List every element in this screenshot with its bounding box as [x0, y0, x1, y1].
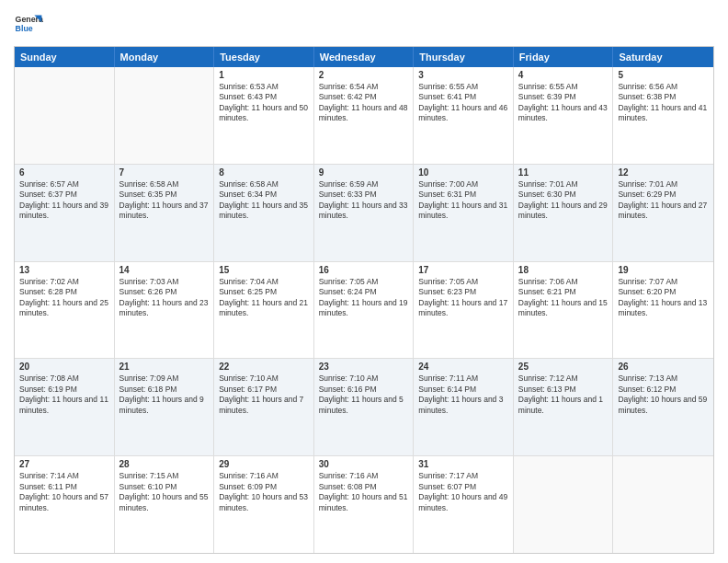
day-number: 27 [19, 459, 109, 469]
day-number: 7 [119, 167, 210, 178]
calendar-cell: 7Sunrise: 6:58 AM Sunset: 6:35 PM Daylig… [115, 165, 215, 261]
day-number: 29 [219, 459, 309, 469]
calendar-cell [514, 456, 614, 553]
page: General Blue SundayMondayTuesdayWednesda… [0, 0, 728, 563]
calendar-cell: 9Sunrise: 6:59 AM Sunset: 6:33 PM Daylig… [314, 165, 415, 261]
cell-info: Sunrise: 7:05 AM Sunset: 6:23 PM Dayligh… [418, 277, 508, 319]
calendar-cell: 12Sunrise: 7:01 AM Sunset: 6:29 PM Dayli… [613, 165, 713, 261]
header: General Blue [14, 9, 714, 39]
cell-info: Sunrise: 7:15 AM Sunset: 6:10 PM Dayligh… [119, 471, 210, 513]
calendar-cell: 14Sunrise: 7:03 AM Sunset: 6:26 PM Dayli… [115, 262, 215, 359]
week-row: 1Sunrise: 6:53 AM Sunset: 6:43 PM Daylig… [15, 67, 713, 165]
cell-info: Sunrise: 7:16 AM Sunset: 6:08 PM Dayligh… [319, 471, 409, 513]
calendar-cell: 5Sunrise: 6:56 AM Sunset: 6:38 PM Daylig… [613, 67, 713, 164]
week-row: 6Sunrise: 6:57 AM Sunset: 6:37 PM Daylig… [15, 165, 713, 262]
cell-info: Sunrise: 6:59 AM Sunset: 6:33 PM Dayligh… [319, 179, 409, 222]
header-cell-wednesday: Wednesday [314, 47, 415, 67]
header-cell-sunday: Sunday [15, 47, 115, 67]
cell-info: Sunrise: 7:12 AM Sunset: 6:13 PM Dayligh… [518, 373, 609, 416]
calendar-cell: 1Sunrise: 6:53 AM Sunset: 6:43 PM Daylig… [214, 67, 314, 164]
cell-info: Sunrise: 6:55 AM Sunset: 6:41 PM Dayligh… [418, 82, 508, 124]
calendar-cell [15, 67, 115, 164]
cell-info: Sunrise: 6:54 AM Sunset: 6:42 PM Dayligh… [319, 82, 409, 124]
cell-info: Sunrise: 7:08 AM Sunset: 6:19 PM Dayligh… [19, 373, 109, 416]
calendar-cell: 20Sunrise: 7:08 AM Sunset: 6:19 PM Dayli… [15, 359, 115, 455]
calendar-cell: 2Sunrise: 6:54 AM Sunset: 6:42 PM Daylig… [314, 67, 415, 164]
calendar-cell: 31Sunrise: 7:17 AM Sunset: 6:07 PM Dayli… [414, 456, 514, 553]
calendar-cell: 21Sunrise: 7:09 AM Sunset: 6:18 PM Dayli… [115, 359, 215, 455]
cell-info: Sunrise: 6:53 AM Sunset: 6:43 PM Dayligh… [219, 82, 309, 124]
day-number: 13 [19, 265, 109, 275]
day-number: 8 [219, 167, 309, 178]
day-number: 18 [518, 265, 609, 275]
calendar-cell: 18Sunrise: 7:06 AM Sunset: 6:21 PM Dayli… [514, 262, 614, 359]
calendar-cell: 25Sunrise: 7:12 AM Sunset: 6:13 PM Dayli… [514, 359, 614, 455]
svg-text:Blue: Blue [16, 24, 33, 33]
header-cell-thursday: Thursday [414, 47, 514, 67]
calendar-cell: 4Sunrise: 6:55 AM Sunset: 6:39 PM Daylig… [514, 67, 614, 164]
calendar-cell: 10Sunrise: 7:00 AM Sunset: 6:31 PM Dayli… [414, 165, 514, 261]
day-number: 5 [618, 70, 709, 80]
day-number: 10 [418, 167, 508, 178]
week-row: 27Sunrise: 7:14 AM Sunset: 6:11 PM Dayli… [15, 456, 713, 553]
day-number: 12 [618, 167, 709, 178]
calendar-cell: 11Sunrise: 7:01 AM Sunset: 6:30 PM Dayli… [514, 165, 614, 261]
cell-info: Sunrise: 7:04 AM Sunset: 6:25 PM Dayligh… [219, 277, 309, 319]
calendar-header-row: SundayMondayTuesdayWednesdayThursdayFrid… [15, 47, 713, 67]
day-number: 26 [618, 362, 709, 372]
cell-info: Sunrise: 7:05 AM Sunset: 6:24 PM Dayligh… [319, 277, 409, 319]
calendar-cell: 17Sunrise: 7:05 AM Sunset: 6:23 PM Dayli… [414, 262, 514, 359]
day-number: 30 [319, 459, 409, 469]
calendar-cell: 28Sunrise: 7:15 AM Sunset: 6:10 PM Dayli… [115, 456, 215, 553]
cell-info: Sunrise: 7:01 AM Sunset: 6:29 PM Dayligh… [618, 179, 709, 222]
day-number: 16 [319, 265, 409, 275]
cell-info: Sunrise: 7:01 AM Sunset: 6:30 PM Dayligh… [518, 179, 609, 222]
day-number: 11 [518, 167, 609, 178]
cell-info: Sunrise: 7:06 AM Sunset: 6:21 PM Dayligh… [518, 277, 609, 319]
cell-info: Sunrise: 7:09 AM Sunset: 6:18 PM Dayligh… [119, 373, 210, 416]
day-number: 19 [618, 265, 709, 275]
cell-info: Sunrise: 6:55 AM Sunset: 6:39 PM Dayligh… [518, 82, 609, 124]
week-row: 13Sunrise: 7:02 AM Sunset: 6:28 PM Dayli… [15, 262, 713, 360]
cell-info: Sunrise: 7:07 AM Sunset: 6:20 PM Dayligh… [618, 277, 709, 319]
day-number: 23 [319, 362, 409, 372]
day-number: 21 [119, 362, 210, 372]
day-number: 24 [418, 362, 508, 372]
day-number: 9 [319, 167, 409, 178]
header-cell-saturday: Saturday [613, 47, 713, 67]
day-number: 17 [418, 265, 508, 275]
day-number: 14 [119, 265, 210, 275]
calendar-cell [115, 67, 215, 164]
day-number: 15 [219, 265, 309, 275]
calendar-cell: 27Sunrise: 7:14 AM Sunset: 6:11 PM Dayli… [15, 456, 115, 553]
calendar-cell: 15Sunrise: 7:04 AM Sunset: 6:25 PM Dayli… [214, 262, 314, 359]
calendar-cell: 26Sunrise: 7:13 AM Sunset: 6:12 PM Dayli… [613, 359, 713, 455]
calendar-cell: 8Sunrise: 6:58 AM Sunset: 6:34 PM Daylig… [214, 165, 314, 261]
calendar: SundayMondayTuesdayWednesdayThursdayFrid… [14, 46, 714, 554]
cell-info: Sunrise: 7:00 AM Sunset: 6:31 PM Dayligh… [418, 179, 508, 222]
cell-info: Sunrise: 7:02 AM Sunset: 6:28 PM Dayligh… [19, 277, 109, 319]
cell-info: Sunrise: 7:10 AM Sunset: 6:17 PM Dayligh… [219, 373, 309, 416]
day-number: 1 [219, 70, 309, 80]
day-number: 31 [418, 459, 508, 469]
week-row: 20Sunrise: 7:08 AM Sunset: 6:19 PM Dayli… [15, 359, 713, 456]
logo-icon: General Blue [14, 9, 43, 39]
day-number: 4 [518, 70, 609, 80]
day-number: 3 [418, 70, 508, 80]
calendar-body: 1Sunrise: 6:53 AM Sunset: 6:43 PM Daylig… [15, 67, 713, 553]
calendar-cell: 22Sunrise: 7:10 AM Sunset: 6:17 PM Dayli… [214, 359, 314, 455]
calendar-cell: 16Sunrise: 7:05 AM Sunset: 6:24 PM Dayli… [314, 262, 415, 359]
cell-info: Sunrise: 7:10 AM Sunset: 6:16 PM Dayligh… [319, 373, 409, 416]
header-cell-friday: Friday [514, 47, 614, 67]
day-number: 6 [19, 167, 109, 178]
calendar-cell [613, 456, 713, 553]
calendar-cell: 3Sunrise: 6:55 AM Sunset: 6:41 PM Daylig… [414, 67, 514, 164]
day-number: 28 [119, 459, 210, 469]
calendar-cell: 29Sunrise: 7:16 AM Sunset: 6:09 PM Dayli… [214, 456, 314, 553]
cell-info: Sunrise: 7:13 AM Sunset: 6:12 PM Dayligh… [618, 373, 709, 416]
calendar-cell: 23Sunrise: 7:10 AM Sunset: 6:16 PM Dayli… [314, 359, 415, 455]
calendar-cell: 24Sunrise: 7:11 AM Sunset: 6:14 PM Dayli… [414, 359, 514, 455]
calendar-cell: 19Sunrise: 7:07 AM Sunset: 6:20 PM Dayli… [613, 262, 713, 359]
day-number: 22 [219, 362, 309, 372]
cell-info: Sunrise: 6:56 AM Sunset: 6:38 PM Dayligh… [618, 82, 709, 124]
